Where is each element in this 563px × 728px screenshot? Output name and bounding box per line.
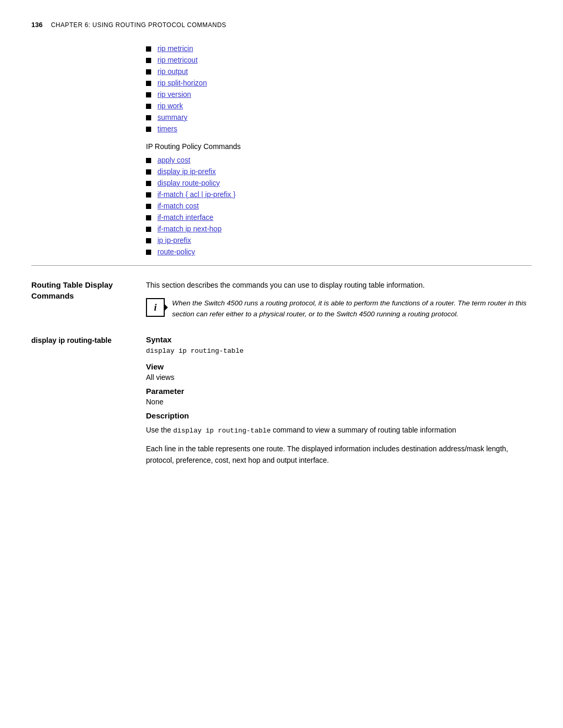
bullet-icon — [146, 92, 151, 97]
info-icon: i — [146, 298, 165, 317]
routing-table-heading: Routing Table Display Commands — [31, 280, 113, 300]
toc-link-display-ip-prefix[interactable]: display ip ip-prefix — [157, 167, 216, 176]
page-header: 136 Chapter 6: Using Routing Protocol Co… — [31, 21, 532, 29]
page: 136 Chapter 6: Using Routing Protocol Co… — [0, 0, 563, 728]
routing-table-description: This section describes the commands you … — [146, 279, 532, 291]
view-heading: View — [146, 362, 532, 371]
toc-link-if-match-acl[interactable]: if-match { acl | ip-prefix } — [157, 190, 236, 199]
toc-link-ip-ip-prefix[interactable]: ip ip-prefix — [157, 236, 191, 244]
description-heading: Description — [146, 411, 532, 420]
bullet-icon — [146, 58, 151, 63]
routing-table-row: Routing Table Display Commands This sect… — [31, 279, 532, 325]
bullet-icon — [146, 192, 151, 198]
routing-table-section: Routing Table Display Commands This sect… — [31, 265, 532, 325]
list-item: rip work — [146, 102, 532, 110]
toc-link-route-policy[interactable]: route-policy — [157, 248, 195, 256]
toc-link-rip-metricin[interactable]: rip metricin — [157, 44, 193, 53]
note-text: When the Switch 4500 runs a routing prot… — [172, 298, 532, 319]
list-item: ip ip-prefix — [146, 236, 532, 244]
list-item: summary — [146, 113, 532, 121]
ip-routing-list: apply cost display ip ip-prefix display … — [146, 156, 532, 256]
toc-link-if-match-cost[interactable]: if-match cost — [157, 202, 199, 210]
ip-routing-label: IP Routing Policy Commands — [146, 142, 532, 151]
list-item: if-match interface — [146, 213, 532, 221]
bullet-icon — [146, 238, 151, 243]
routing-table-left-col: Routing Table Display Commands — [31, 279, 146, 325]
page-number: 136 — [31, 21, 43, 29]
toc-link-apply-cost[interactable]: apply cost — [157, 156, 190, 164]
list-item: route-policy — [146, 248, 532, 256]
description-para2: Each line in the table represents one ro… — [146, 443, 532, 466]
cmd-row: display ip routing-table Syntax display … — [31, 335, 532, 473]
toc-link-rip-metricout[interactable]: rip metricout — [157, 56, 198, 64]
bullet-icon — [146, 158, 151, 163]
list-item: display route-policy — [146, 179, 532, 187]
toc-link-rip-work[interactable]: rip work — [157, 102, 183, 110]
chapter-title: Chapter 6: Using Routing Protocol Comman… — [51, 21, 226, 29]
bullet-icon — [146, 115, 151, 120]
list-item: if-match cost — [146, 202, 532, 210]
routing-table-heading-text: Routing Table Display Commands — [31, 280, 113, 300]
parameter-text: None — [146, 398, 532, 406]
toc-link-if-match-interface[interactable]: if-match interface — [157, 213, 213, 221]
toc-link-display-route-policy[interactable]: display route-policy — [157, 179, 220, 187]
toc-link-summary[interactable]: summary — [157, 113, 188, 121]
list-item: if-match ip next-hop — [146, 225, 532, 233]
bullet-icon — [146, 46, 151, 52]
bullet-icon — [146, 227, 151, 232]
list-item: rip version — [146, 90, 532, 98]
description-para1: Use the display ip routing-table command… — [146, 424, 532, 437]
bullet-icon — [146, 169, 151, 175]
ip-routing-label-section: IP Routing Policy Commands apply cost di… — [146, 142, 532, 256]
toc-link-rip-split-horizon[interactable]: rip split-horizon — [157, 79, 207, 87]
cmd-content-col: Syntax display ip routing-table View All… — [146, 335, 532, 473]
routing-table-display-table: Routing Table Display Commands This sect… — [31, 279, 532, 325]
bullet-icon — [146, 81, 151, 86]
parameter-heading: Parameter — [146, 387, 532, 396]
toc-link-if-match-ip-next-hop[interactable]: if-match ip next-hop — [157, 225, 222, 233]
cmd-name-col: display ip routing-table — [31, 335, 146, 473]
desc-para1-post: command to view a summary of routing tab… — [271, 426, 456, 434]
list-item: if-match { acl | ip-prefix } — [146, 190, 532, 199]
syntax-heading: Syntax — [146, 335, 532, 344]
desc-para1-pre: Use the — [146, 426, 173, 434]
cmd-table: display ip routing-table Syntax display … — [31, 335, 532, 473]
routing-table-right-col: This section describes the commands you … — [146, 279, 532, 325]
bullet-icon — [146, 127, 151, 132]
cmd-name: display ip routing-table — [31, 336, 112, 344]
bullet-icon — [146, 250, 151, 255]
list-item: display ip ip-prefix — [146, 167, 532, 176]
bullet-icon — [146, 104, 151, 109]
syntax-code: display ip routing-table — [146, 347, 532, 355]
list-item: rip metricin — [146, 44, 532, 53]
bullet-icon — [146, 215, 151, 220]
list-item: rip output — [146, 67, 532, 76]
toc-link-timers[interactable]: timers — [157, 125, 177, 133]
list-item: timers — [146, 125, 532, 133]
list-item: rip metricout — [146, 56, 532, 64]
view-text: All views — [146, 373, 532, 381]
list-item: rip split-horizon — [146, 79, 532, 87]
toc-list: rip metricin rip metricout rip output ri… — [146, 44, 532, 133]
toc-link-rip-version[interactable]: rip version — [157, 90, 191, 98]
toc-link-rip-output[interactable]: rip output — [157, 67, 188, 76]
note-box: i When the Switch 4500 runs a routing pr… — [146, 298, 532, 319]
cmd-section: display ip routing-table Syntax display … — [31, 335, 532, 473]
toc-links-section: rip metricin rip metricout rip output ri… — [146, 44, 532, 133]
bullet-icon — [146, 69, 151, 75]
bullet-icon — [146, 181, 151, 186]
list-item: apply cost — [146, 156, 532, 164]
bullet-icon — [146, 204, 151, 209]
desc-para1-code: display ip routing-table — [173, 427, 271, 435]
